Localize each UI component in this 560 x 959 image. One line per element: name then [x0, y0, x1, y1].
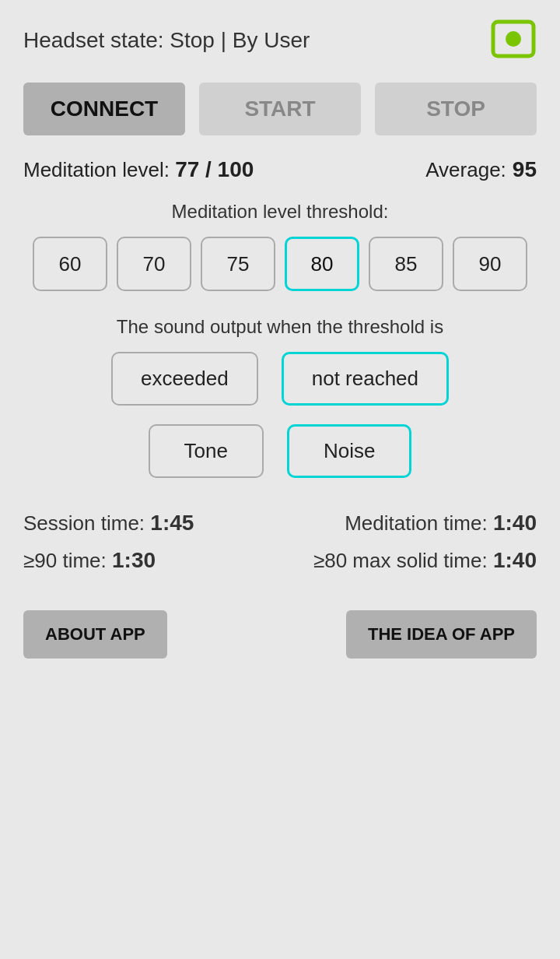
advanced-time-row: ≥90 time: 1:30 ≥80 max solid time: 1:40	[23, 542, 537, 579]
headset-state-value: Stop | By User	[170, 28, 310, 52]
tone-button[interactable]: Tone	[149, 424, 264, 478]
controls-row: CONNECT START STOP	[0, 75, 560, 151]
average-value: 95	[513, 157, 537, 182]
exceeded-button[interactable]: exceeded	[111, 352, 258, 406]
connect-button[interactable]: CONNECT	[23, 83, 185, 135]
bottom-buttons: ABOUT APP THE IDEA OF APP	[0, 587, 560, 682]
idea-of-app-button[interactable]: THE IDEA OF APP	[346, 610, 537, 659]
headset-state: Headset state: Stop | By User	[23, 28, 310, 53]
threshold-buttons: 607075808590	[0, 230, 560, 304]
stop-button[interactable]: STOP	[375, 83, 537, 135]
meditation-level-label: Meditation level:	[23, 158, 170, 181]
gte80-value: 1:40	[493, 548, 537, 572]
threshold-btn-75[interactable]: 75	[201, 237, 275, 291]
session-time-value: 1:45	[150, 511, 194, 535]
start-button[interactable]: START	[199, 83, 361, 135]
threshold-btn-85[interactable]: 85	[369, 237, 443, 291]
threshold-btn-90[interactable]: 90	[453, 237, 527, 291]
threshold-btn-60[interactable]: 60	[33, 237, 107, 291]
session-time-section: Session time: 1:45	[23, 511, 194, 536]
session-time-label: Session time:	[23, 511, 145, 535]
gte80-label: ≥80 max solid time:	[313, 549, 488, 572]
gte90-value: 1:30	[112, 548, 156, 572]
meditation-time-value: 1:40	[493, 511, 537, 535]
svg-point-1	[506, 31, 521, 47]
noise-button[interactable]: Noise	[287, 424, 411, 478]
not-reached-button[interactable]: not reached	[282, 352, 449, 406]
meditation-level-section: Meditation level: 77 / 100	[23, 157, 254, 182]
gte90-section: ≥90 time: 1:30	[23, 548, 156, 573]
threshold-btn-80[interactable]: 80	[285, 237, 359, 291]
average-section: Average: 95	[425, 157, 537, 182]
sound-type-row: Tone Noise	[0, 421, 560, 497]
about-app-button[interactable]: ABOUT APP	[23, 610, 167, 659]
average-label: Average:	[425, 158, 506, 182]
gte80-section: ≥80 max solid time: 1:40	[313, 548, 537, 573]
session-time-row: Session time: 1:45 Meditation time: 1:40	[23, 504, 537, 542]
meditation-time-section: Meditation time: 1:40	[345, 511, 537, 536]
meditation-level-row: Meditation level: 77 / 100 Average: 95	[0, 151, 560, 188]
meditation-level-value: 77 / 100	[175, 157, 254, 181]
headset-state-label: Headset state:	[23, 28, 164, 52]
sound-output-row: exceeded not reached	[0, 346, 560, 421]
header: Headset state: Stop | By User	[0, 0, 560, 75]
headset-icon	[490, 19, 537, 62]
sound-output-label: The sound output when the threshold is	[0, 304, 560, 346]
gte90-label: ≥90 time:	[23, 549, 107, 572]
time-stats: Session time: 1:45 Meditation time: 1:40…	[0, 497, 560, 587]
threshold-label: Meditation level threshold:	[0, 188, 560, 230]
meditation-time-label: Meditation time:	[345, 511, 488, 535]
threshold-btn-70[interactable]: 70	[117, 237, 191, 291]
